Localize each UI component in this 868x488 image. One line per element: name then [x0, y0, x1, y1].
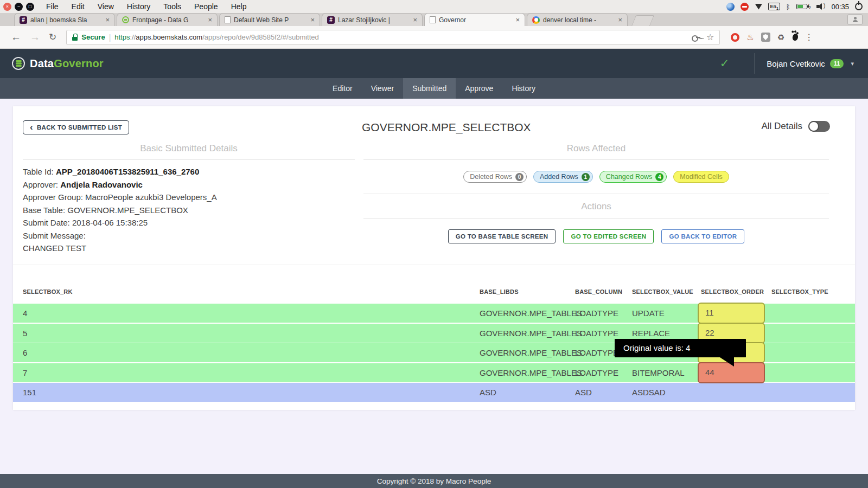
app-nav: Editor Viewer Submitted Approve History	[0, 78, 868, 99]
slack-icon: #	[327, 16, 335, 24]
rejected-cell-selectbox-order[interactable]: 44	[698, 362, 765, 383]
back-button-label: BACK TO SUBMITTED LIST	[37, 124, 122, 131]
browser-menu-icon[interactable]: ⋮	[805, 32, 813, 42]
header-divider	[754, 53, 755, 74]
menu-bar: File Edit View History Tools People Help	[46, 2, 246, 11]
forward-arrow-icon[interactable]: →	[30, 32, 40, 42]
page-title: GOVERNOR.MPE_SELECTBOX	[362, 121, 531, 134]
copyright-text: Copyright © 2018 by Macro People	[377, 477, 491, 485]
table-row[interactable]: 7 GOVERNOR.MPE_TABLES LOADTYPE BITEMPORA…	[13, 363, 855, 382]
power-icon[interactable]	[855, 3, 863, 10]
tab-frontpage[interactable]: Frontpage - Data G ×	[117, 13, 218, 26]
datagovernor-favicon	[122, 16, 129, 23]
table-header: SELECTBOX_RK BASE_LIBDS BASE_COLUMN SELE…	[13, 286, 855, 299]
back-to-submitted-list-button[interactable]: ‹ BACK TO SUBMITTED LIST	[23, 120, 129, 134]
menu-help[interactable]: Help	[231, 2, 247, 11]
go-to-edited-screen-button[interactable]: GO TO EDITED SCREEN	[563, 229, 654, 243]
basic-details-section: Basic Submitted Details Table Id: APP_20…	[23, 141, 355, 255]
window-minimize-button[interactable]: −	[15, 3, 23, 11]
tab-title: denver local time -	[543, 16, 615, 24]
rows-affected-badges: Deleted Rows0 Added Rows1 Changed Rows4 …	[363, 160, 829, 194]
tab-title: Default Web Site P	[234, 16, 307, 24]
tab-denver-local-time[interactable]: denver local time - ×	[527, 13, 628, 26]
new-tab-button[interactable]	[631, 15, 654, 26]
cell-base-libds: GOVERNOR.MPE_TABLES	[480, 363, 582, 382]
nav-tab-submitted[interactable]: Submitted	[403, 78, 456, 99]
volume-icon[interactable]: )	[816, 3, 825, 10]
field-base-table: Base Table: GOVERNOR.MPE_SELECTBOX	[23, 204, 355, 217]
menu-edit[interactable]: Edit	[72, 2, 85, 11]
reload-icon[interactable]: ↻	[49, 33, 56, 42]
red-ring-extension-icon[interactable]	[731, 33, 739, 42]
page-icon	[225, 16, 231, 23]
url-scheme: https	[114, 33, 130, 41]
menu-people[interactable]: People	[194, 2, 218, 11]
nav-tab-editor[interactable]: Editor	[323, 78, 362, 99]
menu-history[interactable]: History	[127, 2, 151, 11]
cell-base-libds: GOVERNOR.MPE_TABLES	[480, 324, 582, 343]
added-rows-badge[interactable]: Added Rows1	[533, 171, 593, 183]
updater-icon[interactable]	[726, 3, 735, 11]
all-details-toggle[interactable]	[808, 121, 830, 132]
modified-cells-badge[interactable]: Modified Cells	[673, 171, 729, 183]
cell-base-column: LOADTYPE	[575, 324, 618, 343]
deleted-rows-badge[interactable]: Deleted Rows0	[463, 171, 527, 183]
all-details-control: All Details	[761, 121, 830, 132]
cell-base-column: LOADTYPE	[575, 363, 618, 382]
nav-tab-approve[interactable]: Approve	[456, 78, 502, 99]
cell-selectbox-rk: 4	[23, 304, 27, 323]
tab-close-icon[interactable]: ×	[310, 16, 315, 24]
tab-close-icon[interactable]: ×	[618, 16, 622, 24]
nav-tab-viewer[interactable]: Viewer	[362, 78, 404, 99]
tab-close-icon[interactable]: ×	[515, 16, 520, 24]
tab-slack-allan[interactable]: # allan | boemska Sla ×	[14, 13, 115, 26]
user-menu[interactable]: Bojan Cvetkovic 11 ▾	[767, 59, 854, 68]
tab-close-icon[interactable]: ×	[413, 16, 417, 24]
window-maximize-button[interactable]: □	[26, 3, 34, 11]
keyboard-layout-index: 1	[776, 7, 778, 10]
cell-selectbox-rk: 151	[23, 383, 36, 402]
java-extension-icon[interactable]: ♨	[746, 33, 754, 41]
user-notification-badge: 11	[830, 59, 844, 68]
browser-profile-button[interactable]	[847, 14, 863, 25]
bluetooth-icon[interactable]: ᛒ	[786, 3, 790, 10]
basic-details-heading: Basic Submitted Details	[23, 141, 355, 159]
field-submit-date: Submit Date: 2018-04-06 15:38:25	[23, 216, 355, 229]
column-header-selectbox-order: SELECTBOX_ORDER	[701, 288, 764, 295]
table-row[interactable]: 151 ASD ASD ASDSAD	[13, 383, 855, 402]
menu-tools[interactable]: Tools	[163, 2, 181, 11]
datagovernor-logo[interactable]: DataGovernor	[12, 57, 104, 70]
bookmark-star-icon[interactable]: ☆	[706, 33, 714, 42]
cell-selectbox-value: BITEMPORAL	[632, 363, 685, 382]
wifi-icon[interactable]	[755, 4, 762, 10]
person-icon	[852, 17, 858, 22]
window-close-button[interactable]: ×	[3, 3, 11, 11]
keyboard-layout-indicator[interactable]: En1	[768, 3, 780, 10]
column-header-selectbox-rk: SELECTBOX_RK	[23, 288, 73, 295]
shield-extension-icon[interactable]	[761, 33, 770, 42]
clock[interactable]: 00:35	[831, 3, 849, 11]
tab-default-web-site[interactable]: Default Web Site P ×	[219, 13, 320, 26]
battery-indicator[interactable]: ϟ	[796, 3, 811, 10]
tab-slack-lazar[interactable]: # Lazar Stojiljkovic | ×	[322, 13, 423, 26]
password-key-icon[interactable]	[692, 35, 700, 40]
gnome-foot-extension-icon[interactable]	[792, 33, 799, 41]
menu-view[interactable]: View	[98, 2, 114, 11]
nav-tab-history[interactable]: History	[502, 78, 545, 99]
go-to-base-table-button[interactable]: GO TO BASE TABLE SCREEN	[448, 229, 556, 243]
divider	[23, 159, 355, 160]
address-bar[interactable]: Secure | https://apps.boemskats.com/apps…	[66, 30, 720, 45]
tab-close-icon[interactable]: ×	[105, 16, 110, 24]
url-text: https://apps.boemskats.com/apps/repo/dev…	[114, 33, 688, 41]
status-check-icon: ✓	[720, 57, 730, 70]
tab-close-icon[interactable]: ×	[208, 16, 212, 24]
tab-governor-active[interactable]: Governor ×	[424, 13, 525, 26]
changed-rows-badge[interactable]: Changed Rows4	[599, 171, 667, 183]
back-arrow-icon[interactable]: ←	[11, 32, 21, 42]
recycle-extension-icon[interactable]: ♻	[777, 33, 784, 41]
do-not-disturb-icon[interactable]	[741, 3, 749, 11]
go-back-to-editor-button[interactable]: GO BACK TO EDITOR	[661, 229, 744, 243]
table-row[interactable]: 4 GOVERNOR.MPE_TABLES LOADTYPE UPDATE 11	[13, 304, 855, 323]
menu-file[interactable]: File	[46, 2, 59, 11]
modified-cell-selectbox-order[interactable]: 11	[698, 303, 765, 324]
